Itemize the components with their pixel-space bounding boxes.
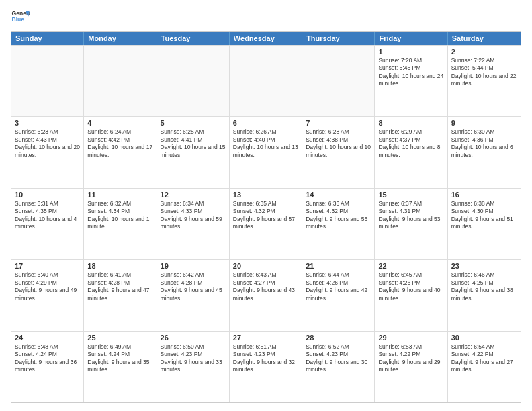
calendar-cell: 21Sunrise: 6:44 AM Sunset: 4:26 PM Dayli… <box>302 260 375 330</box>
weekday-header: Tuesday <box>157 32 230 45</box>
cell-info: Sunrise: 6:25 AM Sunset: 4:41 PM Dayligh… <box>161 128 226 159</box>
calendar-cell: 7Sunrise: 6:28 AM Sunset: 4:38 PM Daylig… <box>302 117 375 187</box>
day-number: 2 <box>451 48 517 56</box>
cell-info: Sunrise: 6:30 AM Sunset: 4:36 PM Dayligh… <box>451 128 517 159</box>
day-number: 27 <box>233 334 298 342</box>
day-number: 16 <box>451 191 517 199</box>
cell-info: Sunrise: 6:42 AM Sunset: 4:28 PM Dayligh… <box>161 271 226 302</box>
calendar-cell: 2Sunrise: 7:22 AM Sunset: 5:44 PM Daylig… <box>448 46 521 116</box>
calendar-cell: 14Sunrise: 6:36 AM Sunset: 4:32 PM Dayli… <box>302 189 375 259</box>
calendar-cell: 24Sunrise: 6:48 AM Sunset: 4:24 PM Dayli… <box>11 332 84 402</box>
day-number: 10 <box>15 191 80 199</box>
day-number: 4 <box>87 119 152 127</box>
calendar-cell: 16Sunrise: 6:38 AM Sunset: 4:30 PM Dayli… <box>448 189 521 259</box>
day-number: 6 <box>233 119 298 127</box>
cell-info: Sunrise: 6:31 AM Sunset: 4:35 PM Dayligh… <box>15 200 80 231</box>
calendar-row: 24Sunrise: 6:48 AM Sunset: 4:24 PM Dayli… <box>11 331 521 402</box>
cell-info: Sunrise: 6:46 AM Sunset: 4:25 PM Dayligh… <box>451 271 517 302</box>
cell-info: Sunrise: 6:49 AM Sunset: 4:24 PM Dayligh… <box>87 343 152 374</box>
calendar-cell: 9Sunrise: 6:30 AM Sunset: 4:36 PM Daylig… <box>448 117 521 187</box>
day-number: 9 <box>451 119 517 127</box>
day-number: 1 <box>378 48 443 56</box>
page: General Blue SundayMondayTuesdayWednesda… <box>0 0 532 411</box>
calendar-body: 1Sunrise: 7:20 AM Sunset: 5:45 PM Daylig… <box>11 45 521 402</box>
calendar-cell <box>84 46 157 116</box>
calendar-cell: 19Sunrise: 6:42 AM Sunset: 4:28 PM Dayli… <box>157 260 230 330</box>
day-number: 25 <box>87 334 152 342</box>
calendar-row: 3Sunrise: 6:23 AM Sunset: 4:43 PM Daylig… <box>11 116 521 187</box>
calendar-cell: 23Sunrise: 6:46 AM Sunset: 4:25 PM Dayli… <box>448 260 521 330</box>
calendar-cell: 3Sunrise: 6:23 AM Sunset: 4:43 PM Daylig… <box>11 117 84 187</box>
calendar-cell <box>157 46 230 116</box>
calendar-row: 1Sunrise: 7:20 AM Sunset: 5:45 PM Daylig… <box>11 45 521 116</box>
day-number: 22 <box>378 262 443 270</box>
cell-info: Sunrise: 6:45 AM Sunset: 4:26 PM Dayligh… <box>378 271 443 302</box>
cell-info: Sunrise: 6:35 AM Sunset: 4:32 PM Dayligh… <box>233 200 298 231</box>
cell-info: Sunrise: 6:26 AM Sunset: 4:40 PM Dayligh… <box>233 128 298 159</box>
day-number: 24 <box>15 334 80 342</box>
day-number: 23 <box>451 262 517 270</box>
cell-info: Sunrise: 6:32 AM Sunset: 4:34 PM Dayligh… <box>87 200 152 231</box>
svg-text:Blue: Blue <box>12 16 25 23</box>
cell-info: Sunrise: 6:23 AM Sunset: 4:43 PM Dayligh… <box>15 128 80 159</box>
cell-info: Sunrise: 6:48 AM Sunset: 4:24 PM Dayligh… <box>15 343 80 374</box>
cell-info: Sunrise: 6:40 AM Sunset: 4:29 PM Dayligh… <box>15 271 80 302</box>
calendar-cell <box>11 46 84 116</box>
cell-info: Sunrise: 6:50 AM Sunset: 4:23 PM Dayligh… <box>161 343 226 374</box>
cell-info: Sunrise: 6:54 AM Sunset: 4:22 PM Dayligh… <box>451 343 517 374</box>
cell-info: Sunrise: 7:20 AM Sunset: 5:45 PM Dayligh… <box>378 57 443 88</box>
day-number: 12 <box>161 191 226 199</box>
logo-icon: General Blue <box>11 8 30 27</box>
calendar-row: 10Sunrise: 6:31 AM Sunset: 4:35 PM Dayli… <box>11 188 521 259</box>
header: General Blue <box>11 8 521 27</box>
weekday-header: Saturday <box>448 32 521 45</box>
calendar-cell: 22Sunrise: 6:45 AM Sunset: 4:26 PM Dayli… <box>375 260 447 330</box>
weekday-header: Sunday <box>11 32 84 45</box>
calendar-cell: 13Sunrise: 6:35 AM Sunset: 4:32 PM Dayli… <box>230 189 302 259</box>
day-number: 19 <box>161 262 226 270</box>
calendar-cell: 28Sunrise: 6:52 AM Sunset: 4:23 PM Dayli… <box>302 332 375 402</box>
cell-info: Sunrise: 7:22 AM Sunset: 5:44 PM Dayligh… <box>451 57 517 88</box>
day-number: 17 <box>15 262 80 270</box>
calendar-cell: 29Sunrise: 6:53 AM Sunset: 4:22 PM Dayli… <box>375 332 447 402</box>
weekday-header: Friday <box>375 32 447 45</box>
day-number: 26 <box>161 334 226 342</box>
calendar-cell: 4Sunrise: 6:24 AM Sunset: 4:42 PM Daylig… <box>84 117 157 187</box>
cell-info: Sunrise: 6:37 AM Sunset: 4:31 PM Dayligh… <box>378 200 443 231</box>
cell-info: Sunrise: 6:34 AM Sunset: 4:33 PM Dayligh… <box>161 200 226 231</box>
weekday-header: Wednesday <box>230 32 302 45</box>
calendar-cell: 6Sunrise: 6:26 AM Sunset: 4:40 PM Daylig… <box>230 117 302 187</box>
calendar-cell: 27Sunrise: 6:51 AM Sunset: 4:23 PM Dayli… <box>230 332 302 402</box>
calendar-cell: 5Sunrise: 6:25 AM Sunset: 4:41 PM Daylig… <box>157 117 230 187</box>
cell-info: Sunrise: 6:29 AM Sunset: 4:37 PM Dayligh… <box>378 128 443 159</box>
weekday-header: Monday <box>84 32 157 45</box>
cell-info: Sunrise: 6:38 AM Sunset: 4:30 PM Dayligh… <box>451 200 517 231</box>
calendar-cell: 8Sunrise: 6:29 AM Sunset: 4:37 PM Daylig… <box>375 117 447 187</box>
calendar-cell: 30Sunrise: 6:54 AM Sunset: 4:22 PM Dayli… <box>448 332 521 402</box>
calendar-cell: 18Sunrise: 6:41 AM Sunset: 4:28 PM Dayli… <box>84 260 157 330</box>
cell-info: Sunrise: 6:36 AM Sunset: 4:32 PM Dayligh… <box>306 200 371 231</box>
day-number: 28 <box>306 334 371 342</box>
cell-info: Sunrise: 6:24 AM Sunset: 4:42 PM Dayligh… <box>87 128 152 159</box>
day-number: 5 <box>161 119 226 127</box>
cell-info: Sunrise: 6:41 AM Sunset: 4:28 PM Dayligh… <box>87 271 152 302</box>
day-number: 30 <box>451 334 517 342</box>
cell-info: Sunrise: 6:53 AM Sunset: 4:22 PM Dayligh… <box>378 343 443 374</box>
calendar-cell: 20Sunrise: 6:43 AM Sunset: 4:27 PM Dayli… <box>230 260 302 330</box>
cell-info: Sunrise: 6:44 AM Sunset: 4:26 PM Dayligh… <box>306 271 371 302</box>
day-number: 11 <box>87 191 152 199</box>
calendar-header: SundayMondayTuesdayWednesdayThursdayFrid… <box>11 32 521 45</box>
calendar: SundayMondayTuesdayWednesdayThursdayFrid… <box>11 31 521 403</box>
day-number: 29 <box>378 334 443 342</box>
calendar-cell: 26Sunrise: 6:50 AM Sunset: 4:23 PM Dayli… <box>157 332 230 402</box>
calendar-cell: 25Sunrise: 6:49 AM Sunset: 4:24 PM Dayli… <box>84 332 157 402</box>
day-number: 20 <box>233 262 298 270</box>
day-number: 7 <box>306 119 371 127</box>
calendar-cell: 1Sunrise: 7:20 AM Sunset: 5:45 PM Daylig… <box>375 46 447 116</box>
calendar-cell <box>302 46 375 116</box>
calendar-cell: 10Sunrise: 6:31 AM Sunset: 4:35 PM Dayli… <box>11 189 84 259</box>
day-number: 8 <box>378 119 443 127</box>
day-number: 13 <box>233 191 298 199</box>
day-number: 14 <box>306 191 371 199</box>
calendar-cell: 12Sunrise: 6:34 AM Sunset: 4:33 PM Dayli… <box>157 189 230 259</box>
